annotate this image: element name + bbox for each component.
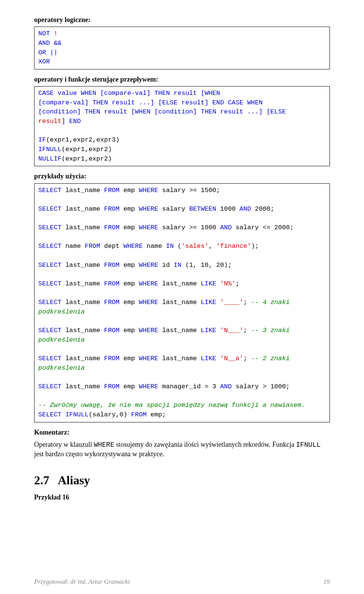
kw-or: OR || bbox=[38, 49, 58, 56]
case-line1: CASE value WHEN [compare-val] THEN resul… bbox=[38, 90, 220, 97]
query-3: SELECT last_name FROM emp WHERE salary >… bbox=[38, 224, 293, 231]
fn-ifnull: IFNULL bbox=[38, 146, 61, 153]
case-line3: [condition] THEN result [WHEN [condition… bbox=[38, 108, 286, 115]
komentarz-text-b: stosujemy do zawężania ilości wyświetlan… bbox=[114, 441, 296, 448]
heading-flow-ops: operatory i funkcje sterujące przepływem… bbox=[34, 75, 330, 84]
section-title: Aliasy bbox=[58, 473, 90, 487]
query-4: SELECT name FROM dept WHERE name IN ('sa… bbox=[38, 243, 259, 250]
query-11-comment: -- Zwróćmy uwagę, że nie ma spacji pomię… bbox=[38, 402, 305, 409]
query-5: SELECT last_name FROM emp WHERE id IN (1… bbox=[38, 262, 232, 269]
komentarz-text-c: jest bardzo często wykorzystywana w prak… bbox=[34, 450, 164, 458]
case-end-token: ] END bbox=[61, 118, 81, 125]
fn-ifnull-args: (expr1,expr2) bbox=[61, 146, 112, 153]
codebox-flow-ops: CASE value WHEN [compare-val] THEN resul… bbox=[34, 86, 330, 166]
case-result-token: result bbox=[38, 118, 61, 125]
query-7: SELECT last_name FROM emp WHERE last_nam… bbox=[38, 299, 293, 315]
komentarz-code-where: WHERE bbox=[94, 441, 114, 449]
case-line2: [compare-val] THEN result ...] [ELSE res… bbox=[38, 99, 263, 106]
kw-xor: XOR bbox=[38, 58, 50, 65]
query-1: SELECT last_name FROM emp WHERE salary >… bbox=[38, 187, 220, 194]
fn-nullif: NULLIF bbox=[38, 155, 61, 162]
codebox-logical-ops: NOT ! AND && OR || XOR bbox=[34, 27, 330, 69]
query-11: SELECT IFNULL(salary,0) FROM emp; bbox=[38, 411, 166, 418]
query-6: SELECT last_name FROM emp WHERE last_nam… bbox=[38, 280, 240, 287]
section-number: 2.7 bbox=[34, 473, 49, 487]
fn-if: IF bbox=[38, 136, 46, 143]
komentarz-text-a: Operatory w klauzuli bbox=[34, 441, 94, 448]
query-2: SELECT last_name FROM emp WHERE salary B… bbox=[38, 205, 274, 213]
footer-page-number: 19 bbox=[323, 578, 330, 586]
heading-examples: przykłady użycia: bbox=[34, 172, 330, 181]
codebox-examples: SELECT last_name FROM emp WHERE salary >… bbox=[34, 183, 330, 422]
document-page: operatory logiczne: NOT ! AND && OR || X… bbox=[0, 0, 364, 594]
query-9: SELECT last_name FROM emp WHERE last_nam… bbox=[38, 355, 293, 372]
case-line4: result] END bbox=[38, 118, 81, 125]
komentarz-paragraph: Operatory w klauzuli WHERE stosujemy do … bbox=[34, 440, 330, 459]
example-heading: Przykład 16 bbox=[34, 493, 330, 502]
heading-komentarz: Komentarz: bbox=[34, 428, 330, 437]
kw-not: NOT bbox=[38, 30, 50, 37]
query-8: SELECT last_name FROM emp WHERE last_nam… bbox=[38, 327, 293, 343]
fn-if-args: (expr1,expr2,expr3) bbox=[46, 136, 119, 143]
page-footer: Przygotował: dr inż. Artur Gramacki 19 bbox=[34, 578, 330, 586]
heading-logical-ops: operatory logiczne: bbox=[34, 15, 330, 24]
fn-nullif-args: (expr1,expr2) bbox=[61, 155, 112, 162]
sym-bang: ! bbox=[54, 30, 58, 37]
kw-and: AND && bbox=[38, 39, 61, 47]
komentarz-code-ifnull: IFNULL bbox=[296, 441, 321, 449]
footer-author: Przygotował: dr inż. Artur Gramacki bbox=[34, 578, 130, 586]
query-10: SELECT last_name FROM emp WHERE manager_… bbox=[38, 383, 290, 390]
section-heading-aliasy: 2.7 Aliasy bbox=[34, 472, 330, 488]
